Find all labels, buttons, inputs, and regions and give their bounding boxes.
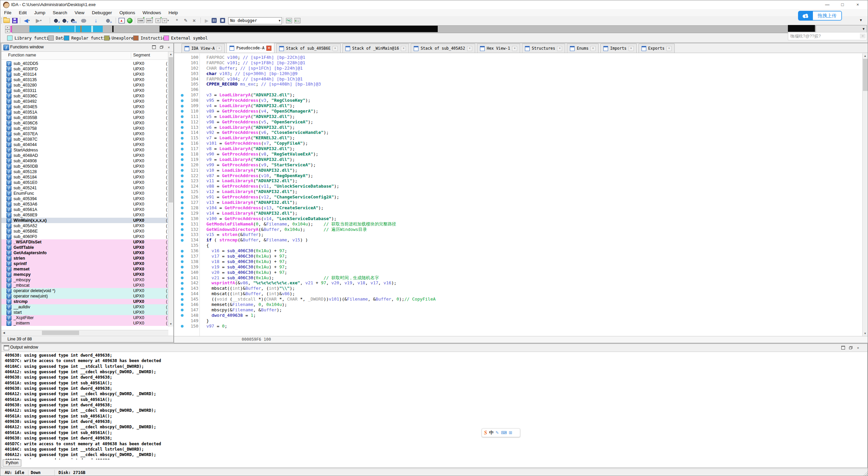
- function-row[interactable]: fsub_40387CUPX0(: [1, 137, 168, 142]
- navigate-back-button[interactable]: ◀▾: [23, 17, 30, 24]
- tab-close-icon[interactable]: ×: [667, 46, 672, 51]
- code-line[interactable]: 137 v17 = sub_406C30(0x1Au) + 97;: [174, 254, 862, 259]
- function-row[interactable]: fmemsetUPX0(: [1, 266, 168, 272]
- cli-selector-button[interactable]: Python: [3, 459, 21, 467]
- search-sequence-button[interactable]: 101: [70, 17, 77, 24]
- code-line[interactable]: 116 v101 = GetProcAddress(v7, "CopyFileA…: [174, 141, 862, 146]
- maximize-pane-icon[interactable]: [151, 45, 156, 50]
- search-again-button[interactable]: [80, 17, 87, 24]
- menu-jump[interactable]: Jump: [30, 9, 49, 16]
- function-row[interactable]: f_mbscpyUPX0(: [1, 277, 168, 283]
- code-line[interactable]: 131 GetModuleFileNameA(0, &Filename, 0x1…: [174, 221, 862, 227]
- code-line[interactable]: 146 memset(&Filename, 0, 0x104u);: [174, 302, 862, 307]
- code-line[interactable]: 101 FARPROC v101; // [sp+1F8h] [bp-228h]…: [174, 60, 862, 66]
- function-row[interactable]: f_XcptFilterUPX0(: [1, 315, 168, 320]
- function-row[interactable]: fsub_405394UPX0(: [1, 196, 168, 201]
- code-line[interactable]: 123 v11 = LoadLibraryA("ADVAPI32.dll");: [174, 178, 862, 184]
- enabled-indicator-button[interactable]: [126, 17, 133, 24]
- function-row[interactable]: fsprintfUPX0(: [1, 261, 168, 266]
- function-row[interactable]: fsub_4050DBUPX0(: [1, 164, 168, 169]
- close-pane-icon[interactable]: ×: [166, 45, 171, 50]
- minimize-button[interactable]: —: [820, 0, 835, 9]
- function-row[interactable]: f_mbscatUPX0(: [1, 283, 168, 288]
- pseudocode-view[interactable]: 100 FARPROC v100; // [sp+1F4h] [bp-22Ch]…: [174, 53, 862, 336]
- code-line[interactable]: 127 v13 = LoadLibraryA("ADVAPI32.dll");: [174, 200, 862, 205]
- code-line[interactable]: 145 ((void (__stdcall *)(CHAR *, CHAR *,…: [174, 296, 862, 302]
- function-row[interactable]: fsub_403492UPX0(: [1, 99, 168, 104]
- code-line[interactable]: 119 v9 = LoadLibraryA("ADVAPI32.dll");: [174, 157, 862, 162]
- function-row[interactable]: fsub_40561AUPX0(: [1, 207, 168, 212]
- ime-logo-icon[interactable]: S: [484, 430, 487, 436]
- code-line[interactable]: 134 if ( strncmp(&Buffer, &Filename, v15…: [174, 237, 862, 243]
- function-row[interactable]: fsub_4036C6UPX0(: [1, 120, 168, 126]
- code-line[interactable]: 144 mbscat((int)&Buffer, (int)&v86);: [174, 291, 862, 296]
- function-row[interactable]: fsub_40355BUPX0(: [1, 115, 168, 120]
- debugger-run-button[interactable]: ▶: [203, 17, 210, 24]
- close-icon[interactable]: ×: [860, 33, 866, 39]
- debugger-pause-button[interactable]: [211, 17, 218, 24]
- menu-help[interactable]: Help: [165, 9, 182, 16]
- code-line[interactable]: 124 v88 = GetProcAddress(v11, "UnlockSer…: [174, 184, 862, 189]
- code-line[interactable]: 128 v104 = GetProcAddress(v13, "CreateSe…: [174, 205, 862, 211]
- menu-windows[interactable]: Windows: [139, 9, 165, 16]
- forward-dropdown-icon[interactable]: ▾: [40, 19, 42, 22]
- scrollbar-thumb[interactable]: [42, 331, 79, 335]
- undefine-button[interactable]: ×: [191, 17, 198, 24]
- code-line[interactable]: 136 v16 = sub_406C30(0x1Au) + 97;: [174, 248, 862, 254]
- function-row[interactable]: fsub_4030FDUPX0(: [1, 66, 168, 72]
- function-row[interactable]: fsub_403280UPX0(: [1, 82, 168, 88]
- navband-scroll-buttons[interactable]: ▸▸: [5, 26, 10, 32]
- ime-keyboard-icon[interactable]: ⌨: [501, 430, 507, 435]
- search-text-button[interactable]: T: [62, 17, 69, 24]
- function-row[interactable]: foperator delete(void *)UPX0(: [1, 288, 168, 293]
- function-row[interactable]: f_WSAFDIsSetUPX0(: [1, 239, 168, 245]
- function-row[interactable]: fsub_403311UPX0(: [1, 88, 168, 93]
- ime-language-toggle[interactable]: 中: [489, 430, 493, 436]
- code-line[interactable]: 114 v92 = GetProcAddress(v6, "CloseServi…: [174, 130, 862, 135]
- make-data-button[interactable]: DATA+: [146, 17, 153, 24]
- function-row[interactable]: fsub_4051E0UPX0(: [1, 180, 168, 185]
- open-file-button[interactable]: [3, 17, 10, 24]
- code-line[interactable]: 103 char v103; // [sp+300h] [bp-120h]@9: [174, 71, 862, 76]
- code-line[interactable]: 115 v7 = LoadLibraryA("KERNEL32.dll");: [174, 135, 862, 141]
- code-line[interactable]: 107 v3 = LoadLibraryA("ADVAPI32.dll");: [174, 92, 862, 98]
- ime-toolbox-icon[interactable]: ⊞: [509, 430, 512, 435]
- debugger-select[interactable]: No debugger▼: [228, 17, 282, 24]
- function-row[interactable]: fsub_4037EAUPX0(: [1, 131, 168, 137]
- menu-file[interactable]: File: [0, 9, 15, 16]
- code-line[interactable]: 120 v99 = GetProcAddress(v9, "StartServi…: [174, 162, 862, 168]
- code-line[interactable]: 129 v14 = LoadLibraryA("ADVAPI32.dll");: [174, 211, 862, 216]
- output-log[interactable]: 409638: using guessed type int dword_409…: [5, 353, 816, 459]
- code-line[interactable]: 142 wsprintfA(&v86, "%c%c%c%c%c%c.exe", …: [174, 280, 862, 286]
- jump-address-button[interactable]: ↓: [92, 17, 99, 24]
- code-line[interactable]: 105 CPPEH_RECORD ms_exc; // [sp+408h] [b…: [174, 81, 862, 87]
- navband-track[interactable]: [12, 25, 860, 33]
- make-array-button[interactable]: *: [173, 17, 180, 24]
- function-row[interactable]: fsub_405184UPX0(: [1, 174, 168, 180]
- tab-hex-view-1[interactable]: Hex View-1×: [477, 44, 520, 53]
- code-line[interactable]: 125 v12 = LoadLibraryA("ADVAPI32.dll");: [174, 189, 862, 194]
- code-line[interactable]: 113 v6 = LoadLibraryA("ADVAPI32.dll");: [174, 125, 862, 130]
- menu-view[interactable]: View: [71, 9, 88, 16]
- make-ascii-button[interactable]: A+: [154, 17, 162, 24]
- code-line[interactable]: 108 v95 = GetProcAddress(v3, "RegCloseKe…: [174, 98, 862, 103]
- input-method-bar[interactable]: S 中 ✎ ⌨ ⊞: [482, 428, 520, 437]
- function-row[interactable]: fsub_405A52UPX0(: [1, 223, 168, 229]
- function-row[interactable]: fsub_402DD5UPX0(: [1, 61, 168, 66]
- tab-close-icon[interactable]: ×: [512, 46, 517, 51]
- code-line[interactable]: 139 v19 = sub_406C30(0x1Au) + 97;: [174, 264, 862, 270]
- function-row[interactable]: fsub_405B6EUPX0(: [1, 229, 168, 234]
- tab-close-icon[interactable]: ×: [217, 46, 222, 51]
- code-line[interactable]: 100 FARPROC v100; // [sp+1F4h] [bp-22Ch]…: [174, 55, 862, 60]
- tab-enums[interactable]: Enums×: [567, 44, 599, 53]
- overlay-search-box[interactable]: 嘸欗棁?@??搽? ×: [788, 32, 867, 40]
- search-regs-button[interactable]: A: [105, 17, 112, 24]
- code-line[interactable]: 149 }: [174, 318, 862, 324]
- scroll-down-icon[interactable]: ▼: [168, 322, 173, 327]
- tab-close-icon[interactable]: ×: [333, 46, 338, 51]
- navigate-forward-button[interactable]: ▶▾: [35, 17, 42, 24]
- function-row[interactable]: fsub_404044UPX0(: [1, 142, 168, 147]
- restore-pane-icon[interactable]: [159, 45, 164, 50]
- function-row[interactable]: fEnumFuncUPX0(: [1, 191, 168, 196]
- menu-search[interactable]: Search: [49, 9, 71, 16]
